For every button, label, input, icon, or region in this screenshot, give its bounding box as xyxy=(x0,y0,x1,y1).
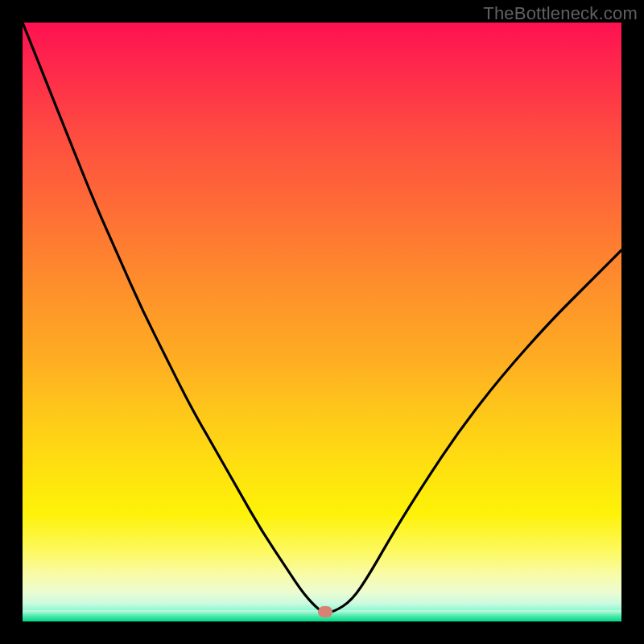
optimal-point-marker xyxy=(318,606,332,617)
chart-frame: TheBottleneck.com xyxy=(0,0,644,644)
plot-area xyxy=(23,23,621,621)
bottleneck-curve xyxy=(23,23,621,621)
watermark-text: TheBottleneck.com xyxy=(483,3,638,24)
